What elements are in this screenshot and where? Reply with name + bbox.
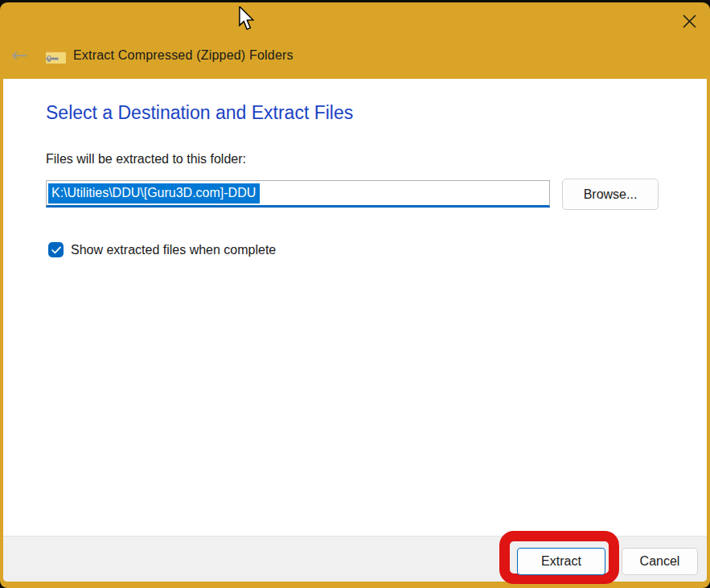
cancel-button[interactable]: Cancel — [622, 548, 698, 575]
browse-button[interactable]: Browse... — [562, 179, 659, 210]
checkbox-checked-icon[interactable] — [48, 242, 64, 257]
destination-path-input[interactable]: K:\Utilities\DDU\[Guru3D.com]-DDU — [46, 180, 550, 208]
dialog-header: ← Extract Compressed (Zipped) Folders — [11, 44, 293, 67]
page-title: Select a Destination and Extract Files — [46, 102, 353, 124]
dialog-body: Select a Destination and Extract Files F… — [3, 79, 707, 582]
dialog-footer: Extract Cancel — [3, 536, 707, 582]
window-title: Extract Compressed (Zipped) Folders — [73, 48, 293, 63]
extract-button[interactable]: Extract — [517, 548, 605, 575]
show-files-checkbox-row[interactable]: Show extracted files when complete — [48, 242, 276, 257]
show-files-checkbox-label: Show extracted files when complete — [71, 243, 276, 257]
destination-label: Files will be extracted to this folder: — [46, 152, 246, 167]
close-button[interactable] — [679, 10, 700, 31]
close-icon — [683, 14, 696, 28]
selected-path-text: K:\Utilities\DDU\[Guru3D.com]-DDU — [48, 183, 260, 204]
zipped-folder-icon — [45, 47, 67, 64]
mouse-cursor-icon — [238, 6, 257, 35]
back-arrow-icon[interactable]: ← — [11, 44, 39, 67]
extract-dialog-window: ← Extract Compressed (Zipped) Folders Se… — [0, 2, 710, 588]
screen: { "window": { "title": "Extract Compress… — [0, 0, 710, 588]
